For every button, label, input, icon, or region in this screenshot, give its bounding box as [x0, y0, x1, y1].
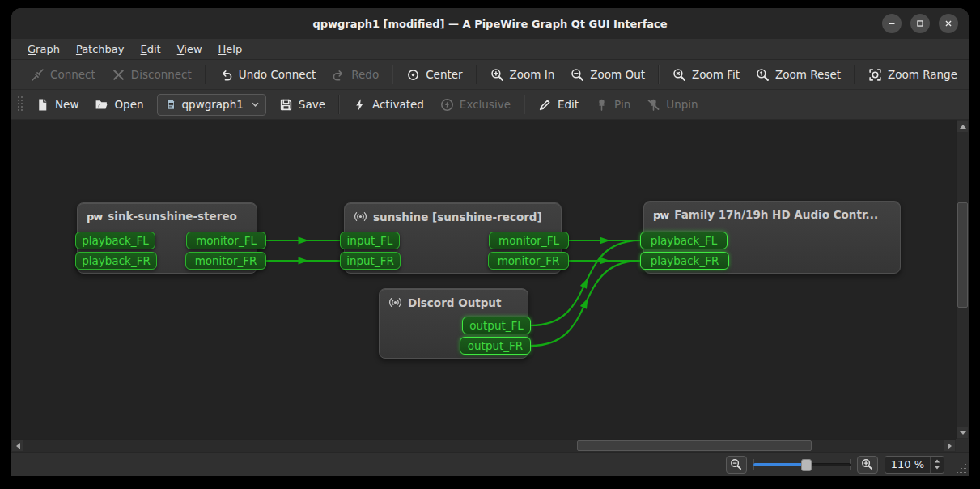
zoom-in-button[interactable]: Zoom In	[482, 63, 563, 87]
undo-connect-button[interactable]: Undo Connect	[211, 63, 324, 87]
statusbar-zoom-out-button[interactable]	[726, 456, 747, 474]
toolbar-drag-handle[interactable]	[17, 96, 23, 113]
horizontal-scrollbar-thumb[interactable]	[577, 440, 812, 451]
pipewire-icon: pw	[87, 210, 102, 223]
maximize-button[interactable]	[910, 14, 930, 33]
redo-icon	[332, 68, 346, 82]
resize-grip[interactable]	[955, 462, 967, 474]
connect-icon	[31, 68, 45, 82]
zoom-reset-button[interactable]: Zoom Reset	[748, 63, 849, 87]
toolbar-drag-handle[interactable]	[17, 66, 18, 83]
exclusive-button[interactable]: Exclusive	[432, 93, 519, 117]
horizontal-scrollbar[interactable]	[11, 439, 956, 452]
arrow-up-icon	[960, 125, 966, 129]
new-button[interactable]: New	[28, 93, 87, 117]
open-folder-icon	[95, 98, 108, 112]
titlebar[interactable]: qpwgraph1 [modified] — A PipeWire Graph …	[11, 8, 969, 39]
menu-view[interactable]: View	[169, 40, 210, 57]
zoom-slider-fill	[753, 463, 807, 466]
zoom-slider[interactable]	[753, 457, 851, 473]
scroll-left-button[interactable]	[12, 440, 23, 451]
port-sunshine-input_FL[interactable]: input_FL	[340, 232, 400, 249]
zoom-range-button[interactable]: Zoom Range	[860, 63, 965, 87]
graph-canvas[interactable]: pwsink-sunshine-stereoplayback_FLplaybac…	[11, 120, 956, 439]
toolbar-separator	[205, 65, 206, 84]
toolbar-separator	[854, 65, 855, 84]
scroll-down-button[interactable]	[957, 427, 968, 438]
open-button[interactable]: Open	[87, 93, 151, 117]
zoom-slider-handle[interactable]	[801, 459, 812, 471]
pin-button[interactable]: Pin	[587, 93, 638, 117]
pin-label: Pin	[614, 98, 630, 111]
undo-icon	[219, 68, 233, 82]
zoom-fit-button[interactable]: Zoom Fit	[664, 63, 748, 87]
save-icon	[279, 98, 293, 112]
patchbay-selector-label: qpwgraph1	[182, 98, 244, 111]
unpin-button[interactable]: Unpin	[638, 93, 706, 117]
port-sink-sunshine-stereo-monitor_FL[interactable]: monitor_FL	[186, 232, 266, 249]
port-discord-output-output_FL[interactable]: output_FL	[462, 317, 531, 334]
redo-button[interactable]: Redo	[324, 63, 387, 87]
zoom-out-button[interactable]: Zoom Out	[562, 63, 653, 87]
vertical-scrollbar-thumb[interactable]	[957, 202, 968, 308]
zoom-range-label: Zoom Range	[888, 68, 957, 81]
edit-icon	[538, 98, 552, 112]
connect-button[interactable]: Connect	[23, 63, 104, 87]
toolbar-separator	[338, 95, 340, 114]
center-icon	[406, 68, 420, 82]
pipewire-icon: pw	[653, 209, 668, 221]
port-sink-sunshine-stereo-playback_FL[interactable]: playback_FL	[75, 232, 155, 249]
toolbar-separator	[658, 65, 660, 84]
save-button[interactable]: Save	[271, 93, 333, 117]
activated-button[interactable]: Activated	[345, 93, 432, 117]
menu-patchbay[interactable]: Patchbay	[68, 40, 133, 57]
arrow-left-icon	[16, 443, 20, 449]
scroll-right-button[interactable]	[944, 440, 955, 451]
zoom-reset-label: Zoom Reset	[775, 68, 841, 81]
zoom-in-label: Zoom In	[510, 68, 555, 81]
vertical-scrollbar[interactable]	[956, 120, 969, 439]
disconnect-button[interactable]: Disconnect	[104, 63, 200, 87]
close-button[interactable]	[939, 14, 958, 33]
center-button[interactable]: Center	[398, 63, 470, 87]
disconnect-icon	[112, 68, 125, 82]
scroll-up-button[interactable]	[957, 121, 968, 132]
connection-wires-layer	[11, 120, 956, 439]
statusbar-zoom-in-button[interactable]	[857, 456, 878, 474]
port-family-audio-playback_FR[interactable]: playback_FR	[640, 252, 729, 270]
patchbay-file-icon	[164, 98, 177, 111]
port-discord-output-output_FR[interactable]: output_FR	[460, 337, 531, 355]
edit-button[interactable]: Edit	[530, 93, 587, 117]
exclusive-icon	[440, 98, 454, 112]
zoom-spinbox[interactable]: 110 %	[885, 456, 944, 474]
menu-help[interactable]: Help	[210, 40, 251, 57]
port-sink-sunshine-stereo-playback_FR[interactable]: playback_FR	[75, 252, 157, 270]
patchbay-selector-combo[interactable]: qpwgraph1	[157, 94, 266, 116]
minimize-icon	[886, 18, 897, 29]
canvas-area: pwsink-sunshine-stereoplayback_FLplaybac…	[11, 120, 969, 452]
window-title: qpwgraph1 [modified] — A PipeWire Graph …	[11, 18, 969, 30]
unpin-label: Unpin	[666, 98, 698, 111]
port-sunshine-monitor_FR[interactable]: monitor_FR	[488, 252, 569, 270]
zoom-spinner-buttons[interactable]	[930, 457, 944, 473]
menu-graph[interactable]: Graph	[19, 40, 68, 57]
toolbar-file: NewOpenqpwgraph1SaveActivatedExclusiveEd…	[11, 90, 969, 120]
node-title: sunshine [sunshine-record]	[345, 203, 561, 230]
scrollbar-corner	[956, 439, 969, 452]
zoom-out-label: Zoom Out	[590, 68, 645, 81]
port-family-audio-playback_FL[interactable]: playback_FL	[640, 232, 728, 249]
port-sunshine-input_FR[interactable]: input_FR	[340, 252, 401, 270]
menu-edit[interactable]: Edit	[133, 40, 169, 57]
minimize-button[interactable]	[882, 14, 902, 33]
node-title-label: sink-sunshine-stereo	[108, 210, 237, 223]
exclusive-label: Exclusive	[460, 98, 511, 111]
undo-connect-label: Undo Connect	[239, 68, 316, 81]
toolbar-separator	[392, 65, 393, 84]
port-sink-sunshine-stereo-monitor_FR[interactable]: monitor_FR	[185, 252, 266, 270]
port-sunshine-monitor_FL[interactable]: monitor_FL	[489, 232, 569, 249]
node-title: pwFamily 17h/19h HD Audio Contr...	[644, 202, 900, 227]
new-file-icon	[36, 98, 49, 112]
node-title: Discord Output	[380, 289, 528, 316]
open-label: Open	[114, 98, 143, 111]
zoom-fit-label: Zoom Fit	[692, 68, 740, 81]
